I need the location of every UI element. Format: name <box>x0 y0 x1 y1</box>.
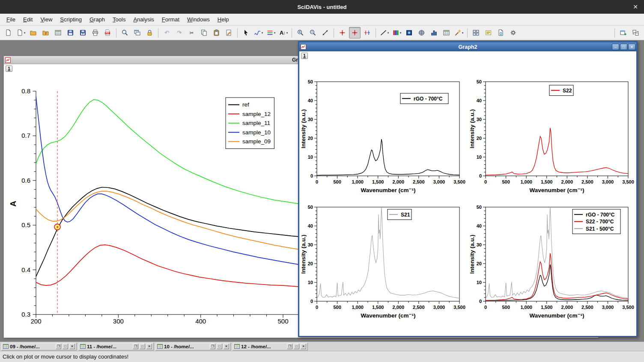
tab-undock-button[interactable]: ❐ <box>56 344 61 349</box>
tab-maximize-button[interactable]: □ <box>63 344 68 349</box>
graph2-window[interactable]: Graph2 –□✕ 1 05001,0001,5002,0002,5003,0… <box>298 41 638 337</box>
histogram-button[interactable] <box>428 27 440 39</box>
svg-text:50: 50 <box>477 205 482 210</box>
menu-windows[interactable]: Windows <box>183 15 214 24</box>
tab-undock-button[interactable]: ❐ <box>133 344 138 349</box>
select-data-range-button[interactable] <box>361 27 373 39</box>
svg-text:Wavenumber (cm⁻¹): Wavenumber (cm⁻¹) <box>529 312 584 319</box>
svg-text:2,500: 2,500 <box>581 179 593 184</box>
plot-legend[interactable]: rGO - 700°CS22 - 700°CS21 - 500°C <box>572 209 620 234</box>
svg-text:1,500: 1,500 <box>372 305 384 310</box>
move-data-points-button[interactable] <box>337 27 348 39</box>
data-reader-button[interactable] <box>349 27 361 39</box>
open-project-button[interactable] <box>27 27 39 39</box>
tab-maximize-button[interactable]: □ <box>294 344 299 349</box>
plot-3d-button[interactable] <box>416 27 427 39</box>
save-project-button[interactable] <box>65 27 76 39</box>
add-layer-button[interactable] <box>617 27 629 39</box>
select-curve-dropdown[interactable]: ▾ <box>253 27 264 39</box>
panel-layout-button[interactable] <box>470 27 482 39</box>
data-reader-marker <box>54 224 60 230</box>
preferences-button[interactable] <box>507 27 519 39</box>
svg-text:50: 50 <box>477 79 482 84</box>
plot-wizard-dropdown[interactable]: ▾ <box>453 27 465 39</box>
pointer-tool-button[interactable] <box>240 27 252 39</box>
svg-text:S21: S21 <box>401 212 410 218</box>
plot-legend[interactable]: S21 <box>388 209 411 220</box>
new-table-button[interactable] <box>441 27 452 39</box>
menu-tools[interactable]: Tools <box>109 15 129 24</box>
draw-line-dropdown[interactable]: ▾ <box>379 27 390 39</box>
menu-help[interactable]: Help <box>214 15 233 24</box>
graph1-layer-button[interactable]: 1 <box>6 65 12 72</box>
redo-button[interactable]: ↷ <box>173 27 185 39</box>
tab-maximize-button[interactable]: □ <box>140 344 145 349</box>
menu-file[interactable]: File <box>3 15 19 24</box>
svg-text:40: 40 <box>308 223 313 228</box>
text-tool-dropdown[interactable]: Al▾ <box>277 27 289 39</box>
tab-close-button[interactable]: ✕ <box>301 344 306 349</box>
tab-undock-button[interactable]: ❐ <box>210 344 215 349</box>
graph2-minimize-button[interactable]: – <box>612 44 619 50</box>
new-project-button[interactable] <box>3 27 14 39</box>
plot-legend[interactable]: refsample_12sample_11sample_10sample_09 <box>226 98 274 149</box>
rescale-axes-button[interactable] <box>319 27 331 39</box>
toolbar-separator <box>158 28 158 38</box>
window-titlebar: SciDAVis - untitled ✕ <box>0 0 644 14</box>
export-pdf-button[interactable]: PDF <box>102 27 113 39</box>
arrange-layers-button[interactable] <box>630 27 641 39</box>
taskbar-tab[interactable]: 12 - /home/...❐□✕ <box>233 343 308 350</box>
svg-text:Wavenumber (cm⁻¹): Wavenumber (cm⁻¹) <box>361 187 415 193</box>
graph2-titlebar[interactable]: Graph2 –□✕ <box>299 42 636 51</box>
tab-close-button[interactable]: ✕ <box>69 344 75 349</box>
open-template-button[interactable]: T <box>40 27 51 39</box>
svg-text:0.7: 0.7 <box>21 132 30 139</box>
copy-selection-button[interactable] <box>198 27 210 39</box>
print-button[interactable] <box>89 27 101 39</box>
cut-selection-button[interactable]: ✂ <box>186 27 197 39</box>
graph2-close-button[interactable]: ✕ <box>628 44 635 50</box>
contour-plot-button[interactable] <box>403 27 415 39</box>
tab-maximize-button[interactable]: □ <box>217 344 222 349</box>
menu-scripting[interactable]: Scripting <box>56 15 86 24</box>
taskbar-tab[interactable]: 11 - /home/...❐□✕ <box>78 343 154 350</box>
line-style-dropdown[interactable]: ▾ <box>265 27 277 39</box>
zoom-out-button[interactable] <box>307 27 319 39</box>
menu-analysis[interactable]: Analysis <box>129 15 158 24</box>
plot-legend[interactable]: S22 <box>549 85 573 96</box>
save-template-button[interactable]: T <box>77 27 89 39</box>
find-window-button[interactable] <box>119 27 131 39</box>
paste-selection-button[interactable] <box>211 27 222 39</box>
graph2-layer-button[interactable]: 1 <box>301 53 308 59</box>
new-window-dropdown[interactable]: ▾ <box>15 27 27 39</box>
raman-plots[interactable]: 05001,0001,5002,0002,5003,0003,500010203… <box>299 51 636 336</box>
svg-text:0.3: 0.3 <box>21 311 30 318</box>
menu-edit[interactable]: Edit <box>19 15 36 24</box>
tab-undock-button[interactable]: ❐ <box>287 344 292 349</box>
undo-button[interactable]: ↶ <box>161 27 173 39</box>
import-ascii-button[interactable] <box>52 27 64 39</box>
graph2-maximize-button[interactable]: □ <box>620 44 627 50</box>
taskbar-tab[interactable]: 09 - /home/...❐□✕ <box>1 343 77 350</box>
plot-style-dropdown[interactable]: ▾ <box>391 27 402 39</box>
tab-close-button[interactable]: ✕ <box>146 344 152 349</box>
zoom-in-button[interactable] <box>295 27 306 39</box>
svg-text:0: 0 <box>479 173 482 178</box>
svg-text:✂: ✂ <box>189 30 194 36</box>
menu-view[interactable]: View <box>36 15 56 24</box>
svg-text:0: 0 <box>484 179 487 184</box>
taskbar-tab[interactable]: 10 - /home/...❐□✕ <box>155 343 231 350</box>
edit-selection-button[interactable] <box>223 27 235 39</box>
svg-text:T: T <box>45 32 47 35</box>
duplicate-window-button[interactable] <box>131 27 143 39</box>
lock-toolbars-button[interactable] <box>144 27 155 39</box>
menu-graph[interactable]: Graph <box>86 15 109 24</box>
add-note-button[interactable] <box>483 27 494 39</box>
tab-close-button[interactable]: ✕ <box>224 344 229 349</box>
svg-text:1,000: 1,000 <box>520 179 532 184</box>
svg-text:rGO - 700°C: rGO - 700°C <box>414 96 443 102</box>
window-close-button[interactable]: ✕ <box>633 3 638 10</box>
plot-legend[interactable]: rGO - 700°C <box>400 93 448 104</box>
script-window-button[interactable]: {} <box>495 27 507 39</box>
menu-format[interactable]: Format <box>158 15 183 24</box>
